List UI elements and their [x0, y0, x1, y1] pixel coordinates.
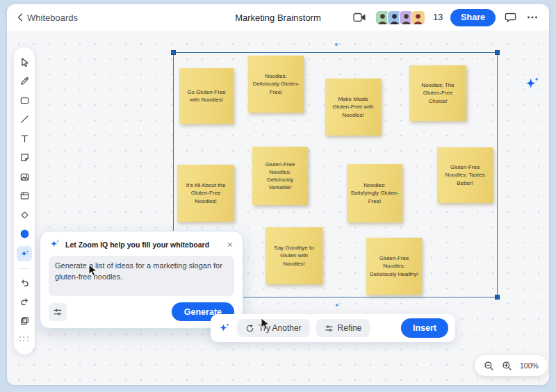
eraser-tool-button[interactable] — [17, 208, 31, 222]
more-menu-button[interactable] — [525, 14, 539, 21]
zoom-in-icon — [502, 361, 512, 371]
back-button[interactable]: Whiteboards — [17, 13, 78, 23]
redo-button[interactable] — [17, 295, 31, 309]
whiteboard-app-window: Whiteboards Marketing Brainstorm 13 Shar… — [7, 4, 549, 385]
zoom-iq-dialog: Let Zoom IQ help you fill your whiteboar… — [40, 231, 243, 329]
select-tool-button[interactable] — [17, 55, 31, 69]
dialog-title: Let Zoom IQ help you fill your whiteboar… — [65, 240, 209, 249]
chat-bubble-icon — [505, 12, 516, 23]
prompt-text: Generate a list of ideas for a marketing… — [55, 261, 222, 281]
chevron-left-icon — [17, 13, 24, 22]
ellipsis-icon — [527, 15, 538, 19]
pages-button[interactable]: 1 — [17, 313, 31, 327]
sticky-note[interactable]: Say Goodbye to Gluten with Noodles! — [265, 227, 322, 284]
sticky-note[interactable]: It's All About the Gluten-Free Noodles! — [177, 165, 234, 222]
ai-assistant-tool-button[interactable] — [17, 246, 32, 261]
avatar[interactable] — [411, 10, 425, 25]
zoom-level: 100% — [520, 361, 539, 370]
sticky-note[interactable]: Gluten-Free Noodles: Deliciously Healthy… — [366, 238, 422, 295]
zoom-out-button[interactable] — [484, 361, 494, 371]
palette-divider — [19, 268, 29, 269]
ai-action-bar: Try Another Refine Insert — [211, 314, 455, 342]
sticky-note[interactable]: Gluten-Free Noodles: Tastes Better! — [437, 147, 493, 203]
whiteboard-canvas[interactable]: 1 Go Gluten-Free with Noodles!Noodles: D… — [7, 31, 549, 385]
ai-canvas-sparkle-icon[interactable] — [523, 75, 541, 96]
prompt-settings-button[interactable] — [49, 303, 67, 321]
sticky-note-tool-button[interactable] — [17, 151, 31, 165]
svg-text:1: 1 — [22, 319, 24, 323]
prompt-input[interactable]: Generate a list of ideas for a marketing… — [49, 256, 234, 296]
shape-tool-button[interactable] — [17, 93, 31, 107]
video-camera-icon — [353, 13, 366, 22]
selection-handle-top-right[interactable] — [495, 50, 500, 55]
refine-label: Refine — [338, 323, 362, 333]
sticky-note[interactable]: Noodles: The Gluten-Free Choice! — [409, 65, 466, 121]
header: Whiteboards Marketing Brainstorm 13 Shar… — [7, 4, 549, 31]
video-call-button[interactable] — [352, 11, 368, 24]
collaborator-dot — [336, 304, 338, 307]
tool-palette: 1 — [14, 47, 35, 354]
sticky-note[interactable]: Make Meals Gluten-Free with Noodles! — [325, 79, 381, 136]
try-another-label: Try Another — [259, 323, 302, 333]
close-icon[interactable]: × — [226, 240, 234, 250]
text-tool-button[interactable] — [17, 131, 31, 145]
frame-tool-button[interactable] — [17, 189, 31, 203]
zoom-out-icon — [484, 361, 494, 371]
sparkle-icon — [49, 238, 60, 250]
insert-button[interactable]: Insert — [401, 318, 448, 338]
share-button[interactable]: Share — [450, 9, 496, 26]
zoom-controls: 100% — [475, 355, 548, 376]
zoom-in-button[interactable] — [502, 361, 512, 371]
back-label: Whiteboards — [27, 13, 78, 23]
selection-handle-bottom-right[interactable] — [495, 295, 500, 300]
palette-drag-handle[interactable] — [17, 333, 31, 347]
participant-count: 13 — [433, 13, 443, 22]
avatar-group[interactable] — [375, 10, 425, 25]
selection-handle-top-left[interactable] — [171, 50, 176, 55]
line-tool-button[interactable] — [17, 113, 31, 126]
sticky-note[interactable]: Go Gluten-Free with Noodles! — [179, 68, 234, 124]
sparkle-icon — [19, 249, 30, 259]
image-tool-button[interactable] — [17, 170, 31, 183]
page-title: Marketing Brainstorm — [235, 13, 321, 23]
refresh-icon — [245, 324, 254, 333]
refine-button[interactable]: Refine — [316, 319, 370, 337]
collaborator-dot — [335, 43, 338, 46]
color-swatch-button[interactable] — [17, 227, 31, 241]
pen-tool-button[interactable] — [17, 74, 31, 88]
drag-dots-icon — [19, 336, 30, 343]
sticky-note[interactable]: Noodles: Satisfyingly Gluten-Free! — [347, 164, 402, 222]
undo-button[interactable] — [17, 275, 31, 289]
sliders-icon — [325, 324, 334, 333]
try-another-button[interactable]: Try Another — [237, 319, 310, 337]
chat-button[interactable] — [503, 10, 518, 24]
sparkle-icon — [218, 322, 231, 335]
sliders-icon — [53, 307, 63, 317]
sticky-note[interactable]: Gluten-Free Noodles: Deliciously Versati… — [252, 147, 308, 205]
sticky-note[interactable]: Noodles: Deliciously Gluten-Free! — [248, 56, 304, 113]
